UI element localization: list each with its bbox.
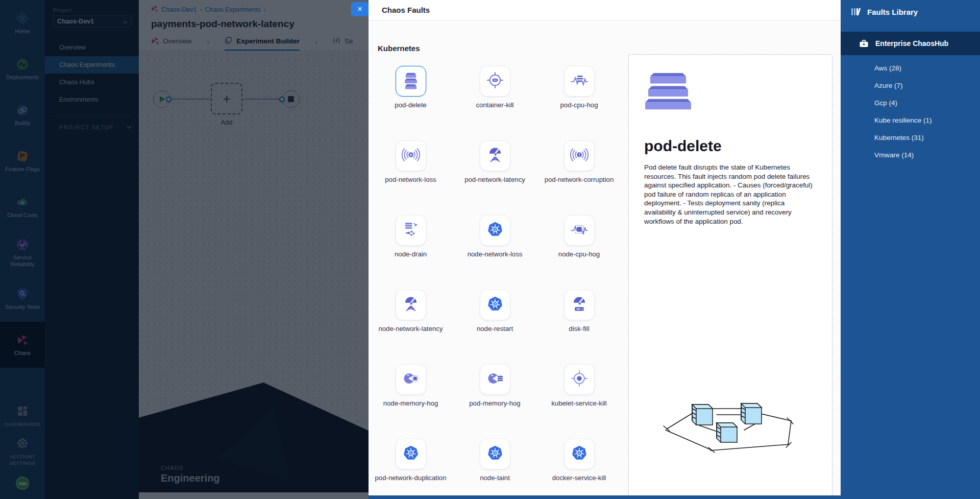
pacman-chip-icon xyxy=(401,369,421,390)
fault-label: pod-network-latency xyxy=(459,176,531,184)
kubernetes-icon xyxy=(485,443,505,465)
fault-card[interactable] xyxy=(564,140,595,171)
fault-pod-cpu-hog[interactable]: pod-cpu-hog xyxy=(537,66,621,140)
fault-card[interactable] xyxy=(480,215,510,246)
pod-delete-large-icon xyxy=(644,73,817,117)
enterprise-chaoshub-item[interactable]: Enterprise ChaosHub xyxy=(841,32,980,55)
category-azure-7-[interactable]: Azure (7) xyxy=(841,77,980,94)
fault-label: pod-cpu-hog xyxy=(544,101,615,110)
faults-library-sidebar: Faults Library Enterprise ChaosHub Aws (… xyxy=(841,0,980,499)
category-gcp-4-[interactable]: Gcp (4) xyxy=(841,94,980,111)
fault-card[interactable] xyxy=(396,290,426,320)
fault-label: pod-delete xyxy=(375,101,447,110)
category-aws-28-[interactable]: Aws (28) xyxy=(841,59,980,77)
fault-label: container-kill xyxy=(459,101,531,110)
fault-kubelet-service-kill[interactable]: kubelet-service-kill xyxy=(537,364,621,439)
chaos-faults-panel: Chaos Faults Kubernetes pod-deletecontai… xyxy=(369,0,841,495)
fault-label: pod-network-corruption xyxy=(544,176,615,184)
fault-node-taint[interactable]: node-taint xyxy=(453,439,537,495)
fault-card[interactable] xyxy=(396,66,426,97)
fault-card[interactable] xyxy=(396,364,426,395)
fault-pod-network-latency[interactable]: pod-network-latency xyxy=(453,140,537,215)
fault-node-network-latency[interactable]: node-network-latency xyxy=(369,290,453,364)
fault-node-memory-hog[interactable]: node-memory-hog xyxy=(369,364,453,439)
crosshair-capsule-icon xyxy=(485,70,505,92)
faults-library-header: Faults Library xyxy=(841,0,980,16)
fault-card[interactable] xyxy=(480,66,510,97)
modal-title: Chaos Faults xyxy=(382,6,430,14)
drain-icon xyxy=(401,220,421,241)
waves-cross-icon xyxy=(401,145,421,167)
fault-card[interactable] xyxy=(564,215,595,246)
gauge-disk-icon xyxy=(570,294,589,316)
kubernetes-icon xyxy=(485,220,505,241)
fault-label: pod-memory-hog xyxy=(459,399,531,408)
pacman-bars-icon xyxy=(485,369,505,390)
fault-pod-network-corruption[interactable]: pod-network-corruption xyxy=(537,140,621,215)
app-root: HomeDeploymentsBuildsFeature Flags$Cloud… xyxy=(0,0,980,499)
fault-pod-network-loss[interactable]: pod-network-loss xyxy=(369,140,453,215)
fault-card[interactable] xyxy=(564,439,595,469)
fault-pod-network-duplication[interactable]: pod-network-duplication xyxy=(369,439,453,495)
kubernetes-icon xyxy=(485,294,505,316)
fault-label: pod-network-loss xyxy=(375,176,447,184)
fault-card[interactable] xyxy=(480,140,510,171)
pulse-chip-icon xyxy=(570,220,589,241)
gauge-waves-icon xyxy=(485,145,505,167)
pod-stack-icon xyxy=(401,70,421,92)
fault-label: node-taint xyxy=(459,474,531,483)
fault-card[interactable] xyxy=(396,439,426,469)
kubernetes-icon xyxy=(570,443,589,465)
close-icon: × xyxy=(357,5,362,13)
fault-label: node-drain xyxy=(375,250,447,259)
fault-node-network-loss[interactable]: node-network-loss xyxy=(453,215,537,290)
fault-card[interactable] xyxy=(564,66,595,97)
crosshair-gear-icon xyxy=(570,369,589,390)
fault-disk-fill[interactable]: disk-fill xyxy=(537,290,621,364)
modal-header: Chaos Faults xyxy=(369,0,841,20)
fault-label: pod-network-duplication xyxy=(375,474,447,483)
gauge-waves-icon xyxy=(401,294,421,316)
category-kubernetes-31-[interactable]: Kubernetes (31) xyxy=(841,129,980,146)
fault-label: docker-service-kill xyxy=(544,474,615,483)
fault-card[interactable] xyxy=(564,364,595,395)
fault-detail-title: pod-delete xyxy=(644,137,817,155)
drawer-body: Chaos Faults Kubernetes pod-deletecontai… xyxy=(369,0,980,499)
fault-card[interactable] xyxy=(396,140,426,171)
briefcase-icon xyxy=(859,39,869,48)
library-icon xyxy=(851,7,861,16)
fault-card[interactable] xyxy=(480,439,510,469)
fault-node-restart[interactable]: node-restart xyxy=(453,290,537,364)
kubernetes-section-heading: Kubernetes xyxy=(378,44,841,53)
fault-label: node-restart xyxy=(459,325,531,334)
pulse-bars-icon xyxy=(570,70,589,92)
fault-card[interactable] xyxy=(480,290,510,320)
enterprise-chaoshub-label: Enterprise ChaosHub xyxy=(875,39,948,47)
fault-label: disk-fill xyxy=(544,325,615,334)
fault-card[interactable] xyxy=(564,290,595,320)
fault-detail-panel: pod-delete Pod delete fault disrupts the… xyxy=(628,54,832,495)
fault-container-kill[interactable]: container-kill xyxy=(453,66,537,140)
fault-label: node-network-loss xyxy=(459,250,531,259)
chaos-faults-drawer: × Chaos Faults Kubernetes pod-deletecont… xyxy=(351,0,980,499)
category-kube-resilience-1-[interactable]: Kube resilience (1) xyxy=(841,111,980,129)
kubernetes-icon xyxy=(401,443,421,465)
fault-card[interactable] xyxy=(396,215,426,246)
faults-library-title: Faults Library xyxy=(867,8,918,16)
close-button[interactable]: × xyxy=(351,2,369,16)
fault-docker-service-kill[interactable]: docker-service-kill xyxy=(537,439,621,495)
fault-pod-delete[interactable]: pod-delete xyxy=(369,66,453,140)
pods-sketch-illustration xyxy=(659,393,807,461)
modal-content: Kubernetes pod-deletecontainer-killpod-c… xyxy=(369,20,841,495)
fault-category-list: Aws (28)Azure (7)Gcp (4)Kube resilience … xyxy=(841,55,980,163)
fault-card[interactable] xyxy=(480,364,510,395)
fault-node-drain[interactable]: node-drain xyxy=(369,215,453,290)
fault-label: node-memory-hog xyxy=(375,399,447,408)
fault-detail-description: Pod delete fault disrupts the state of K… xyxy=(644,163,817,226)
fault-label: node-cpu-hog xyxy=(544,250,615,259)
category-vmware-14-[interactable]: Vmware (14) xyxy=(841,146,980,163)
fault-label: kubelet-service-kill xyxy=(544,399,615,408)
waves-alert-icon xyxy=(570,145,589,167)
fault-node-cpu-hog[interactable]: node-cpu-hog xyxy=(537,215,621,290)
fault-pod-memory-hog[interactable]: pod-memory-hog xyxy=(453,364,537,439)
